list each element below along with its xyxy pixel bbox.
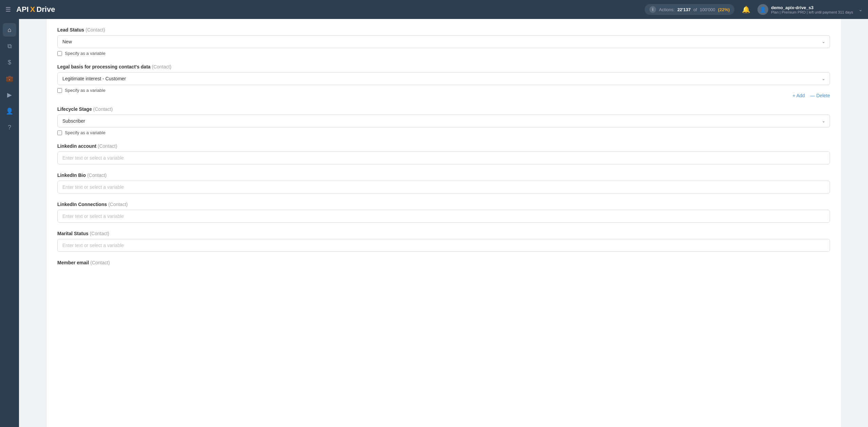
actions-total: 100'000	[700, 7, 715, 12]
sidebar-item-play[interactable]: ▶	[3, 88, 16, 102]
linkedin-connections-label: LinkedIn Connections (Contact)	[57, 202, 830, 207]
legal-basis-action-row: + Add — Delete	[57, 93, 830, 98]
marital-status-input[interactable]	[57, 239, 830, 252]
lead-status-specify-label[interactable]: Specify as a variable	[65, 51, 105, 56]
legal-basis-label: Legal basis for processing contact's dat…	[57, 64, 830, 69]
linkedin-account-input[interactable]	[57, 151, 830, 164]
user-chevron-icon[interactable]: ⌄	[859, 7, 863, 12]
user-avatar: 👤	[757, 4, 768, 15]
linkedin-bio-label: LinkedIn Bio (Contact)	[57, 172, 830, 178]
hamburger-icon[interactable]: ☰	[5, 6, 11, 13]
logo: APIXDrive	[16, 5, 55, 14]
lead-status-label: Lead Status (Contact)	[57, 27, 830, 33]
user-name: demo_apix-drive_s3	[771, 5, 853, 10]
lifecycle-stage-label: Lifecycle Stage (Contact)	[57, 106, 830, 112]
sidebar-item-user[interactable]: 👤	[3, 104, 16, 118]
actions-of: of	[693, 7, 697, 12]
lead-status-select[interactable]: New Open In Progress Open Deal Unqualifi…	[57, 35, 830, 48]
linkedin-connections-group: LinkedIn Connections (Contact)	[57, 202, 830, 223]
actions-count: 22'137	[677, 7, 691, 12]
actions-label: Actions:	[659, 7, 674, 12]
legal-basis-group: Legal basis for processing contact's dat…	[57, 64, 830, 98]
navbar: ☰ APIXDrive i Actions: 22'137 of 100'000…	[0, 0, 868, 19]
form-area: Lead Status (Contact) New Open In Progre…	[46, 19, 841, 427]
logo-api: API	[16, 5, 29, 14]
linkedin-account-group: Linkedin account (Contact)	[57, 143, 830, 164]
delete-button[interactable]: — Delete	[810, 93, 830, 98]
user-info: 👤 demo_apix-drive_s3 Plan | Premium PRO …	[757, 4, 863, 15]
linkedin-bio-input[interactable]	[57, 181, 830, 194]
left-panel	[19, 19, 46, 427]
sidebar-item-briefcase[interactable]: 💼	[3, 72, 16, 85]
sidebar-item-dollar[interactable]: $	[3, 56, 16, 69]
linkedin-connections-input[interactable]	[57, 210, 830, 223]
right-panel	[841, 19, 868, 427]
lead-status-group: Lead Status (Contact) New Open In Progre…	[57, 27, 830, 56]
add-button[interactable]: + Add	[792, 93, 805, 98]
notifications-button[interactable]: 🔔	[740, 3, 752, 16]
logo-x: X	[30, 5, 35, 14]
linkedin-bio-group: LinkedIn Bio (Contact)	[57, 172, 830, 194]
lead-status-specify-row: Specify as a variable	[57, 51, 830, 56]
sidebar-item-help[interactable]: ?	[3, 121, 16, 134]
lifecycle-specify-checkbox[interactable]	[57, 130, 62, 135]
legal-basis-specify-checkbox[interactable]	[57, 88, 62, 93]
marital-status-group: Marital Status (Contact)	[57, 231, 830, 252]
legal-basis-specify-row: Specify as a variable	[57, 88, 830, 93]
marital-status-label: Marital Status (Contact)	[57, 231, 830, 236]
linkedin-account-label: Linkedin account (Contact)	[57, 143, 830, 149]
lifecycle-stage-select[interactable]: Subscriber Lead Marketing Qualified Lead…	[57, 115, 830, 127]
user-plan: Plan | Premium PRO | left until payment …	[771, 10, 853, 14]
actions-badge: i Actions: 22'137 of 100'000 (22%)	[645, 4, 734, 15]
lifecycle-stage-select-wrapper: Subscriber Lead Marketing Qualified Lead…	[57, 115, 830, 127]
lead-status-select-wrapper: New Open In Progress Open Deal Unqualifi…	[57, 35, 830, 48]
member-email-group: Member email (Contact)	[57, 260, 830, 265]
main-layout: ⌂ ⧉ $ 💼 ▶ 👤 ? Lead Status (Contact) New …	[0, 19, 868, 427]
user-details: demo_apix-drive_s3 Plan | Premium PRO | …	[771, 5, 853, 14]
lifecycle-specify-label[interactable]: Specify as a variable	[65, 130, 105, 135]
content-area: Lead Status (Contact) New Open In Progre…	[19, 19, 868, 427]
sidebar-item-grid[interactable]: ⧉	[3, 39, 16, 53]
logo-drive: Drive	[36, 5, 55, 14]
lifecycle-specify-row: Specify as a variable	[57, 130, 830, 135]
lead-status-specify-checkbox[interactable]	[57, 51, 62, 56]
info-icon: i	[649, 6, 656, 13]
actions-pct: (22%)	[718, 7, 730, 12]
legal-basis-select[interactable]: Legitimate interest - Customer Legitimat…	[57, 72, 830, 85]
legal-basis-specify-label[interactable]: Specify as a variable	[65, 88, 105, 93]
member-email-label: Member email (Contact)	[57, 260, 830, 265]
lifecycle-stage-group: Lifecycle Stage (Contact) Subscriber Lea…	[57, 106, 830, 135]
legal-basis-select-wrapper: Legitimate interest - Customer Legitimat…	[57, 72, 830, 85]
sidebar-item-home[interactable]: ⌂	[3, 23, 16, 37]
sidebar: ⌂ ⧉ $ 💼 ▶ 👤 ?	[0, 19, 19, 427]
